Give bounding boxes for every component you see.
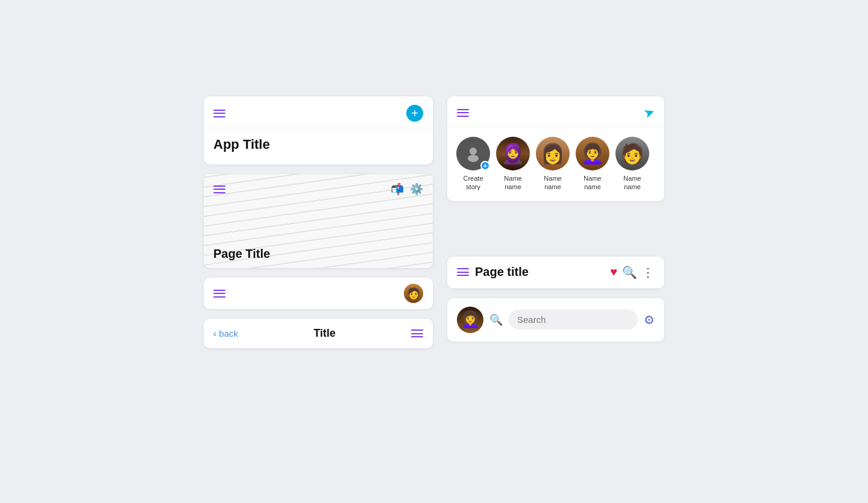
story-label-2: Namename: [544, 174, 561, 192]
story-avatar-1: 🧕: [496, 137, 530, 170]
story-item-3[interactable]: 👩‍🦱 Namename: [574, 137, 611, 192]
hamburger-icon-2[interactable]: [213, 186, 225, 193]
person-icon: [465, 145, 482, 162]
card-app-title: + App Title: [204, 96, 433, 164]
story-avatar-4: 🧑: [615, 137, 649, 170]
back-link[interactable]: ‹ back: [213, 328, 238, 339]
svg-point-1: [468, 155, 479, 162]
send-icon[interactable]: ➤: [641, 104, 657, 122]
page-title-overlay: Page Title: [213, 247, 270, 261]
back-label: back: [219, 328, 238, 339]
hamburger-icon-6[interactable]: [457, 268, 469, 276]
chevron-left-icon: ‹: [213, 328, 216, 339]
add-button[interactable]: +: [406, 105, 423, 122]
search-input[interactable]: [517, 314, 629, 325]
search-icon[interactable]: 🔍: [622, 265, 637, 280]
app-title: App Title: [213, 137, 423, 152]
inbox-icon[interactable]: 📬: [391, 183, 404, 196]
story-item-2[interactable]: 👩 Namename: [534, 137, 571, 192]
page-title: Page Title: [213, 247, 270, 261]
hamburger-icon-5[interactable]: [457, 109, 469, 117]
story-avatar-3: 👩‍🦱: [576, 137, 609, 170]
card-back-title: ‹ back Title: [204, 319, 433, 348]
app-title-area: App Title: [204, 128, 433, 164]
heart-icon[interactable]: ♥: [610, 265, 617, 279]
card-search: 👩‍🦱 🔍 ⚙: [447, 298, 664, 342]
story-label-4: Namename: [623, 174, 641, 192]
icon-group: ♥ 🔍 ⋮: [610, 265, 655, 280]
svg-point-0: [470, 148, 477, 155]
story-item-1[interactable]: 🧕 Namename: [494, 137, 532, 192]
story-item-4[interactable]: 🧑 Namename: [614, 137, 651, 192]
create-story-avatar[interactable]: +: [456, 137, 490, 170]
story-label-1: Namename: [504, 174, 521, 192]
user-avatar[interactable]: 🧑: [404, 284, 423, 303]
hamburger-icon[interactable]: [213, 110, 225, 117]
search-user-avatar[interactable]: 👩‍🦱: [457, 307, 483, 333]
overlay-header: 📬 ⚙️: [204, 174, 433, 202]
story-label-3: Namename: [583, 174, 601, 192]
settings-icon[interactable]: ⚙: [644, 313, 655, 327]
page-icons-title: Page title: [475, 265, 604, 279]
story-avatar-2: 👩: [536, 137, 570, 170]
spacer: [447, 211, 664, 247]
card-avatar-header: 🧑: [204, 278, 433, 309]
card-stories: ➤ + Createstory 🧕: [447, 96, 664, 201]
search-bar-icon: 🔍: [489, 313, 503, 326]
card-page-icons: Page title ♥ 🔍 ⋮: [447, 257, 664, 289]
page-icons-header: Page title ♥ 🔍 ⋮: [447, 257, 664, 289]
gear-icon[interactable]: ⚙️: [410, 183, 423, 196]
plus-badge: +: [480, 161, 490, 170]
search-bar[interactable]: [509, 310, 638, 330]
header-bar-1: +: [204, 96, 433, 128]
create-story-label: Createstory: [463, 174, 483, 192]
story-create[interactable]: + Createstory: [454, 137, 492, 192]
hamburger-icon-4[interactable]: [411, 330, 423, 337]
card-page-title: 📬 ⚙️ Page Title: [204, 174, 433, 268]
stories-row: + Createstory 🧕 Namename 👩 Namename: [447, 127, 664, 201]
page-back-title: Title: [313, 327, 336, 340]
more-vert-icon[interactable]: ⋮: [642, 265, 655, 280]
stories-header: ➤: [447, 96, 664, 127]
hamburger-icon-3[interactable]: [213, 290, 225, 298]
